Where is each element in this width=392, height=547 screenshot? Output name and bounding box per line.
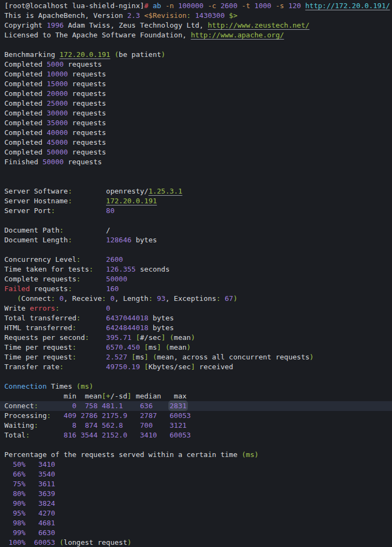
terminal-line: Server Hostname: 172.20.0.191	[4, 196, 392, 206]
terminal-link[interactable]: http://www.apache.org/	[191, 31, 284, 39]
terminal-text: Connect	[4, 402, 34, 410]
terminal-text	[97, 421, 102, 429]
terminal-text: Completed	[4, 70, 47, 78]
terminal-text: Completed	[4, 148, 47, 156]
terminal-text	[81, 314, 106, 322]
terminal-line	[4, 216, 392, 226]
terminal-text	[4, 480, 13, 488]
terminal-text	[72, 236, 106, 244]
terminal-text: 3824	[38, 499, 55, 507]
terminal-text: 3611	[38, 480, 55, 488]
terminal-text: $>	[229, 11, 238, 20]
terminal-text: 1430300	[195, 11, 225, 20]
terminal-text	[97, 402, 102, 410]
terminal-text: seconds	[136, 265, 170, 273]
terminal-text: Processing	[4, 411, 47, 420]
terminal-text: 75%	[13, 480, 25, 488]
terminal-text: ]	[127, 392, 132, 400]
terminal-text: 90%	[13, 499, 25, 507]
terminal-line: Completed 50000 requests	[4, 147, 392, 157]
terminal-text: Document Path	[4, 226, 60, 234]
terminal-text: 2600	[106, 255, 123, 263]
terminal-text: 2786	[81, 411, 97, 420]
terminal-text: Kbytes/sec	[148, 363, 191, 371]
terminal-text: This is ApacheBench, Version	[4, 11, 127, 20]
terminal-text: 700	[140, 421, 153, 429]
terminal-text: 80%	[13, 490, 25, 498]
terminal-text	[76, 421, 85, 429]
terminal-text: requests	[68, 80, 106, 88]
terminal-text: 0	[110, 294, 115, 303]
terminal-text	[76, 343, 106, 351]
terminal-text: )	[127, 538, 132, 546]
terminal-text	[51, 411, 63, 420]
terminal-text: 66%	[13, 470, 25, 478]
terminal-link[interactable]: http://www.zeustech.net/	[208, 21, 310, 29]
terminal-text: Finished	[4, 158, 42, 166]
terminal-text: 49750.19	[106, 363, 140, 371]
terminal-text	[153, 421, 169, 429]
terminal-line: Completed 15000 requests	[4, 79, 392, 89]
terminal-text: 160	[106, 285, 119, 293]
terminal-text	[38, 402, 73, 410]
terminal-text: Server Hostname	[4, 197, 68, 205]
terminal-text: )	[161, 50, 166, 59]
terminal-text	[301, 2, 305, 10]
terminal-text: Failed	[4, 285, 30, 293]
terminal-line: Failed requests: 160	[4, 284, 392, 294]
terminal-text: 2152.0	[102, 431, 127, 439]
terminal-text: (ms)	[241, 451, 258, 459]
terminal-text: 93	[157, 294, 166, 303]
terminal-text: Server Software	[4, 187, 68, 195]
terminal-text: bytes	[132, 236, 157, 244]
terminal-text: requests	[68, 128, 106, 137]
terminal-text	[123, 421, 140, 429]
terminal-line: Total transferred: 6437044018 bytes	[4, 313, 392, 323]
terminal-text: :	[102, 294, 106, 303]
terminal-text	[157, 431, 169, 439]
terminal-text: 2787	[140, 411, 157, 420]
terminal-text: (	[169, 333, 174, 342]
terminal-line	[4, 372, 392, 382]
terminal-text	[97, 411, 102, 420]
terminal-text: 50000	[42, 158, 63, 166]
terminal-line: HTML transferred: 6424844018 bytes	[4, 323, 392, 333]
terminal-text: 1996	[47, 21, 63, 29]
terminal-text: Time per request	[4, 343, 72, 351]
terminal-text: 3121	[169, 421, 186, 429]
terminal-text	[25, 470, 38, 478]
terminal-text	[271, 2, 276, 10]
terminal-line: Processing: 409 2786 2175.9 2787 60053	[4, 411, 392, 421]
terminal-text: median max	[132, 392, 187, 400]
terminal-text: 3410	[140, 431, 157, 439]
terminal-screen[interactable]: [root@localhost lua-shield-nginx]# ab -n…	[0, 0, 392, 547]
terminal-text: :	[76, 255, 81, 263]
terminal-text: 98%	[13, 519, 25, 527]
terminal-text: [root@localhost lua-shield-nginx]	[4, 2, 144, 10]
terminal-text: -t	[241, 2, 250, 10]
terminal-text: 1000	[254, 2, 271, 10]
terminal-text	[72, 197, 106, 205]
selected-text: 2831	[169, 402, 186, 410]
terminal-text: 100%	[9, 538, 25, 546]
terminal-text: 0	[72, 402, 76, 410]
terminal-text	[110, 50, 115, 59]
terminal-text	[25, 519, 38, 527]
terminal-line: Time per request: 6570.450 [ms] (mean)	[4, 343, 392, 352]
terminal-link[interactable]: http://172.20.0.191/	[305, 2, 390, 10]
terminal-text: ]	[157, 343, 161, 351]
terminal-text: )	[233, 294, 238, 303]
terminal-text: :	[51, 294, 55, 303]
terminal-text: 3639	[38, 490, 55, 498]
terminal-text	[76, 402, 85, 410]
terminal-text: 481.1	[102, 402, 123, 410]
terminal-text: Server Port	[4, 207, 51, 215]
terminal-text: 1.25.3.1	[148, 187, 182, 195]
terminal-text	[4, 490, 13, 498]
terminal-text: #	[144, 2, 148, 10]
terminal-text: :	[47, 411, 51, 420]
terminal-text: 126.355	[106, 265, 136, 273]
terminal-line: Completed 35000 requests	[4, 118, 392, 128]
terminal-text: errors	[30, 304, 55, 312]
terminal-text	[25, 538, 34, 546]
